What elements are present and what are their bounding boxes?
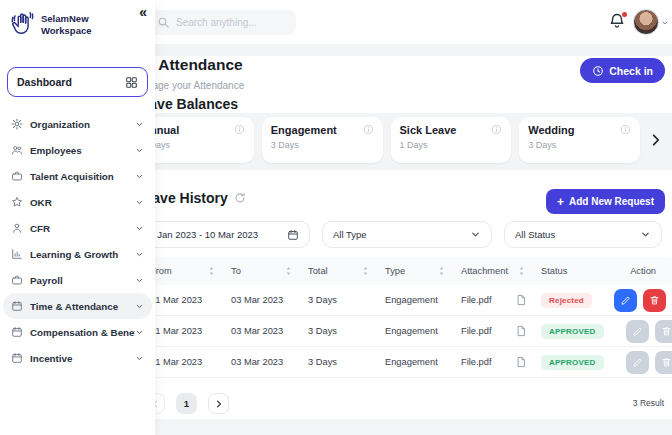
notifications-button[interactable] (608, 12, 628, 32)
user-icon (11, 222, 23, 234)
cell-type: Engagement (385, 357, 461, 367)
table-row[interactable]: 01 Mar 2023 03 Mar 2023 3 Days Engagemen… (133, 285, 672, 316)
add-new-request-label: Add New Request (569, 196, 654, 207)
column-header-attachment[interactable]: Attachment (461, 266, 541, 276)
sidebar: « SelamNew Workspace Dashboard Organizat… (0, 0, 155, 435)
sidebar-item-talent-acquisition[interactable]: Talent Acquisition (3, 163, 152, 189)
card-name: Wedding (528, 124, 574, 136)
check-in-label: Check in (609, 65, 653, 77)
status-badge: APPROVED (541, 324, 604, 339)
file-icon[interactable] (515, 356, 527, 368)
pagination: 1 (144, 393, 229, 414)
sort-icon[interactable] (362, 266, 369, 276)
leave-balance-cards: Annual 3 Days Engagement 3 Days Sick Lea… (133, 117, 664, 163)
gear-icon (11, 118, 23, 130)
table-row[interactable]: 01 Mar 2023 03 Mar 2023 3 Days Engagemen… (133, 316, 672, 347)
chevron-right-icon (214, 399, 224, 409)
cell-type: Engagement (385, 326, 461, 336)
delete-button-disabled (655, 351, 672, 374)
check-in-button[interactable]: Check in (580, 58, 665, 83)
column-header-status: Status (541, 266, 592, 276)
card-days: 3 Days (528, 140, 631, 150)
sidebar-item-dashboard[interactable]: Dashboard (7, 67, 148, 97)
info-icon[interactable] (363, 124, 374, 135)
column-header-action: Action (592, 266, 666, 276)
chevron-down-icon (470, 229, 481, 240)
sidebar-item-incentive[interactable]: Incentive (3, 345, 152, 371)
calendar-icon (11, 300, 23, 312)
chevron-down-icon (135, 302, 144, 311)
cell-from: 01 Mar 2023 (150, 295, 231, 305)
status-badge: APPROVED (541, 355, 604, 370)
info-icon[interactable] (491, 124, 502, 135)
clock-icon (592, 65, 604, 77)
file-icon[interactable] (515, 294, 527, 306)
notification-dot (622, 12, 627, 17)
pencil-icon (632, 356, 643, 368)
leave-balance-card-wedding: Wedding 3 Days (519, 117, 640, 163)
sidebar-item-learning-growth[interactable]: Learning & Growth (3, 241, 152, 267)
table-row[interactable]: 01 Mar 2023 03 Mar 2023 3 Days Engagemen… (133, 347, 672, 378)
card-days: 3 Days (271, 140, 374, 150)
sidebar-item-cfr[interactable]: CFR (3, 215, 152, 241)
dashboard-label: Dashboard (17, 76, 125, 88)
avatar[interactable] (633, 9, 659, 35)
search-input[interactable] (150, 10, 296, 35)
cell-attachment[interactable]: File.pdf (461, 326, 515, 336)
calendar-icon (11, 326, 23, 338)
column-header-type[interactable]: Type (385, 266, 461, 276)
filters-row: 01 Jan 2023 - 10 Mar 2023 All Type All S… (133, 221, 662, 248)
status-filter-select[interactable]: All Status (504, 221, 662, 248)
sort-icon[interactable] (438, 266, 445, 276)
sort-icon[interactable] (518, 266, 525, 276)
refresh-icon[interactable] (234, 192, 246, 204)
delete-button[interactable] (643, 289, 666, 312)
card-name: Sick Leave (400, 124, 457, 136)
date-range-value: 01 Jan 2023 - 10 Mar 2023 (144, 229, 287, 240)
file-icon[interactable] (515, 325, 527, 337)
chevron-down-icon[interactable] (661, 19, 669, 27)
star-icon (11, 196, 23, 208)
sidebar-item-okr[interactable]: OKR (3, 189, 152, 215)
info-icon[interactable] (234, 124, 245, 135)
cell-total: 3 Days (308, 295, 385, 305)
pagination-page-1[interactable]: 1 (176, 393, 197, 414)
cell-attachment[interactable]: File.pdf (461, 357, 515, 367)
status-badge: Rejected (541, 293, 592, 308)
search-bar[interactable] (150, 10, 296, 35)
sidebar-collapse-button[interactable]: « (139, 4, 146, 20)
cell-type: Engagement (385, 295, 461, 305)
cell-total: 3 Days (308, 326, 385, 336)
sidebar-item-time-attendance[interactable]: Time & Attendance (3, 293, 152, 319)
chevron-down-icon (640, 229, 651, 240)
date-range-filter[interactable]: 01 Jan 2023 - 10 Mar 2023 (133, 221, 310, 248)
sidebar-item-compensation-benefit[interactable]: Compensation & Benefit (3, 319, 152, 345)
column-header-total[interactable]: Total (308, 266, 385, 276)
column-header-to[interactable]: To (231, 266, 308, 276)
chevron-down-icon (135, 328, 144, 337)
add-new-request-button[interactable]: + Add New Request (546, 189, 665, 214)
grid-icon (125, 76, 138, 89)
cell-attachment[interactable]: File.pdf (461, 295, 515, 305)
sort-icon[interactable] (208, 266, 215, 276)
pencil-icon (620, 294, 631, 306)
cards-next-arrow[interactable] (648, 130, 664, 150)
pagination-next-button[interactable] (208, 393, 229, 414)
edit-button[interactable] (614, 289, 637, 312)
cell-to: 03 Mar 2023 (231, 326, 308, 336)
sort-icon[interactable] (285, 266, 292, 276)
card-name: Engagement (271, 124, 337, 136)
info-icon[interactable] (620, 124, 631, 135)
sidebar-item-payroll[interactable]: Payroll (3, 267, 152, 293)
column-header-from[interactable]: From (150, 266, 231, 276)
chevron-down-icon (135, 224, 144, 233)
table-header: From To Total Type Attachment Status (133, 257, 672, 285)
result-count: 3 Result (633, 398, 664, 408)
sidebar-item-organization[interactable]: Organization (3, 111, 152, 137)
type-filter-select[interactable]: All Type (322, 221, 492, 248)
trash-icon (661, 325, 672, 337)
cell-total: 3 Days (308, 357, 385, 367)
leave-balance-card-engagement: Engagement 3 Days (262, 117, 383, 163)
sidebar-menu: Organization Employees Talent Acquisitio… (3, 111, 152, 371)
sidebar-item-employees[interactable]: Employees (3, 137, 152, 163)
